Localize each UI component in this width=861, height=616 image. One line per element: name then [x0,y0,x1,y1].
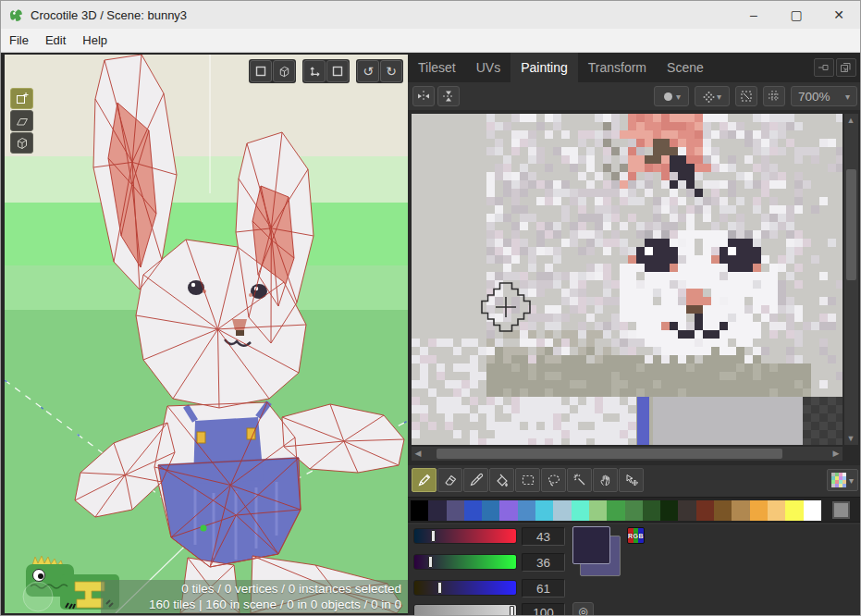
move-vertices-button[interactable] [303,60,326,82]
green-value-input[interactable]: 36 [522,553,565,572]
palette-swatch[interactable] [518,500,535,521]
green-slider-handle[interactable] [428,556,433,568]
tab-transform[interactable]: Transform [578,53,657,82]
zoom-level-dropdown[interactable]: 700% ▾ [791,86,857,106]
redo-button[interactable]: ↻ [380,60,402,82]
palette-grid-icon [831,473,846,487]
red-value-input[interactable]: 43 [522,527,565,546]
color-ring-button[interactable]: ◎ [572,602,594,616]
pan-tool-button[interactable] [593,468,618,492]
red-slider[interactable] [413,528,517,544]
palette-swatch[interactable] [660,500,678,521]
nav-circle-widget[interactable] [23,582,53,611]
select-tile-button[interactable] [250,60,272,82]
menu-edit[interactable]: Edit [37,30,74,51]
scroll-left-arrow[interactable]: ◀ [412,447,424,460]
dashed-box-diagonal-icon [740,90,753,103]
rectangle-select-tool-button[interactable] [515,468,540,492]
dock-icon [818,62,830,73]
tab-painting[interactable]: Painting [510,53,578,82]
menu-help[interactable]: Help [74,30,116,51]
palette-swatch[interactable] [678,500,695,521]
texture-paint-canvas[interactable] [412,114,843,445]
magic-wand-tool-button[interactable] [567,468,592,492]
palette-swatch[interactable] [804,500,821,521]
palette-swatch[interactable] [499,500,517,521]
blue-value-input[interactable]: 61 [522,579,565,598]
brush-shape-dropdown[interactable]: ▾ [654,86,689,106]
horizontal-scroll-thumb[interactable] [437,449,782,459]
palette-swatch[interactable] [589,500,607,521]
mirror-vertical-button[interactable] [437,86,460,106]
tab-scene[interactable]: Scene [657,53,714,82]
palette-swatch[interactable] [625,500,643,521]
green-slider[interactable] [413,554,517,570]
alpha-slider-handle[interactable] [510,606,514,616]
alpha-slider[interactable] [413,604,517,616]
palette-swatch[interactable] [768,500,785,521]
right-panel: Tileset UVs Painting Transform Scene [408,53,861,616]
dock-panel-button[interactable] [814,58,834,77]
palette-swatch[interactable] [572,500,589,521]
eraser-tool-button[interactable] [437,468,462,492]
rgb-mode-button[interactable]: RGB [627,527,645,544]
dither-pattern-dropdown[interactable]: ▾ [695,86,730,106]
window-title: Crocotile 3D / Scene: bunny3 [31,8,187,22]
viewport-3d[interactable]: ↺ ↻ 0 tiles / 0 vertices / 0 instances s… [5,55,408,613]
primary-color-swatch[interactable] [572,526,610,564]
palette-swatch[interactable] [643,500,660,521]
menu-file[interactable]: File [1,30,37,51]
eraser-icon [443,473,458,487]
move-tool-button[interactable] [619,468,644,492]
palette-selector-dropdown[interactable]: ▾ [827,469,858,491]
close-button[interactable]: ✕ [818,1,860,29]
plane-mode-button[interactable] [10,110,33,131]
cube-mode-button[interactable] [10,132,33,154]
palette-swatch[interactable] [750,500,768,521]
canvas-vertical-scrollbar[interactable]: ▲ ▼ [844,114,858,445]
vertical-scroll-thumb[interactable] [846,169,856,280]
chevron-down-icon: ▾ [849,475,854,486]
scroll-up-arrow[interactable]: ▲ [844,114,857,127]
dashed-rectangle-icon [521,473,535,487]
tab-tileset[interactable]: Tileset [408,53,466,82]
minimize-button[interactable]: – [732,1,775,29]
canvas-horizontal-scrollbar[interactable]: ◀ ▶ [412,447,843,461]
palette-swatch[interactable] [785,500,803,521]
scroll-down-arrow[interactable]: ▼ [844,432,857,445]
tab-uvs[interactable]: UVs [466,53,510,82]
painting-toolbar: ▾ ▾ [408,82,861,110]
maximize-button[interactable]: ▢ [775,1,818,29]
palette-swatch[interactable] [447,500,464,521]
mirror-horizontal-button[interactable] [412,86,435,106]
scene-render[interactable] [5,55,408,613]
palette-swatch[interactable] [482,500,499,521]
palette-swatch[interactable] [607,500,624,521]
alpha-value-input[interactable]: 100 [522,603,565,616]
palette-swatch[interactable] [535,500,553,521]
palette-swatch[interactable] [714,500,732,521]
palette-swatch[interactable] [732,500,749,521]
eyedropper-tool-button[interactable] [463,468,488,492]
red-slider-handle[interactable] [431,530,436,542]
palette-swatch[interactable] [411,500,428,521]
menu-bar: File Edit Help [1,29,860,53]
scroll-right-arrow[interactable]: ▶ [830,447,843,460]
blue-slider-handle[interactable] [437,582,442,594]
fill-tool-button[interactable] [489,468,514,492]
select-object-button[interactable] [273,60,295,82]
selection-bounds-button[interactable] [735,86,757,106]
palette-swatch[interactable] [553,500,571,521]
pencil-tool-button[interactable] [412,468,437,492]
undo-button[interactable]: ↺ [357,60,379,82]
popout-panel-button[interactable] [836,58,856,77]
current-palette-swatch[interactable] [832,501,850,519]
palette-swatch[interactable] [696,500,714,521]
add-tile-mode-button[interactable] [10,88,33,109]
blue-slider[interactable] [413,580,517,596]
select-box-button[interactable] [326,60,349,82]
pixel-grid-toggle[interactable] [763,86,785,106]
palette-swatch[interactable] [428,500,446,521]
palette-swatch[interactable] [464,500,482,521]
lasso-select-tool-button[interactable] [541,468,566,492]
